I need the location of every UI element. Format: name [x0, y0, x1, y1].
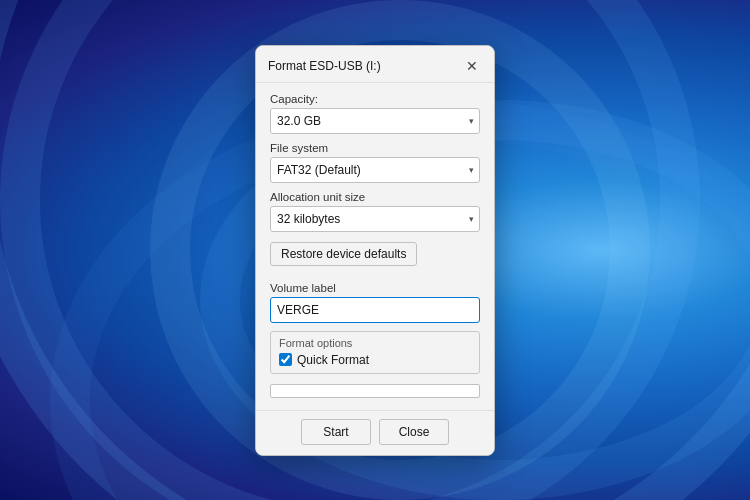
format-options-group: Format options Quick Format [270, 331, 480, 374]
allocation-label: Allocation unit size [270, 191, 480, 203]
format-options-label: Format options [279, 337, 471, 349]
dialog-body: Capacity: 32.0 GB ▾ File system FAT32 (D… [256, 83, 494, 410]
dialog-titlebar: Format ESD-USB (I:) ✕ [256, 46, 494, 83]
dialog-title: Format ESD-USB (I:) [268, 59, 381, 73]
allocation-dropdown-wrapper: 32 kilobytes 512 bytes 1024 bytes 4096 b… [270, 206, 480, 232]
capacity-dropdown-wrapper: 32.0 GB ▾ [270, 108, 480, 134]
format-dialog: Format ESD-USB (I:) ✕ Capacity: 32.0 GB … [255, 45, 495, 456]
capacity-dropdown[interactable]: 32.0 GB [270, 108, 480, 134]
close-icon[interactable]: ✕ [462, 56, 482, 76]
filesystem-dropdown[interactable]: FAT32 (Default) NTFS exFAT [270, 157, 480, 183]
capacity-label: Capacity: [270, 93, 480, 105]
close-button[interactable]: Close [379, 419, 449, 445]
dialog-footer: Start Close [256, 410, 494, 455]
start-button[interactable]: Start [301, 419, 371, 445]
filesystem-label: File system [270, 142, 480, 154]
allocation-dropdown[interactable]: 32 kilobytes 512 bytes 1024 bytes 4096 b… [270, 206, 480, 232]
dialog-overlay: Format ESD-USB (I:) ✕ Capacity: 32.0 GB … [0, 0, 750, 500]
quick-format-label: Quick Format [297, 353, 369, 367]
volume-label-input[interactable] [270, 297, 480, 323]
quick-format-row: Quick Format [279, 353, 471, 367]
volume-label-label: Volume label [270, 282, 480, 294]
quick-format-checkbox[interactable] [279, 353, 292, 366]
progress-bar [270, 384, 480, 398]
filesystem-dropdown-wrapper: FAT32 (Default) NTFS exFAT ▾ [270, 157, 480, 183]
restore-defaults-button[interactable]: Restore device defaults [270, 242, 417, 266]
